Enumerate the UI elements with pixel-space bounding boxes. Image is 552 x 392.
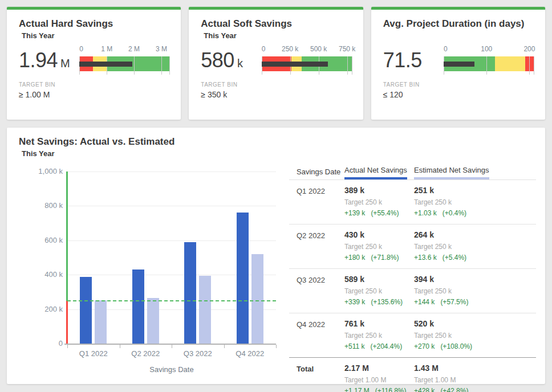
cell-variance: +180 k(+71.8%) <box>344 254 414 262</box>
cell-variance: +511 k(+204.4%) <box>344 342 414 350</box>
variance-delta: +13.6 k <box>414 254 437 262</box>
bullet-tick-label: 500 k <box>310 45 327 53</box>
target-bin-value: ≥ 1.00 M <box>19 90 70 99</box>
column-header-estimated-net-savings[interactable]: Estimated Net Savings <box>414 166 489 179</box>
cell-target: Target 250 k <box>414 243 536 251</box>
row-date: Q3 2022 <box>289 275 344 306</box>
x-axis-tick <box>67 345 68 348</box>
bullet-tick <box>347 56 348 75</box>
actual-cell: 589 kTarget 250 k+339 k(+135.6%) <box>344 275 414 306</box>
estimated-cell: 520 kTarget 250 k+270 k(+108.0%) <box>414 319 536 350</box>
variance-percent: (+5.4%) <box>443 254 466 262</box>
cell-value: 389 k <box>344 186 414 195</box>
bullet-tick-label: 0 <box>262 45 266 53</box>
panel-subtitle: This Year <box>22 149 536 158</box>
kpi-value-number: 580 <box>201 48 234 72</box>
y-axis-tick-label: 200 k <box>23 305 63 313</box>
table-row[interactable]: Q1 2022389 kTarget 250 k+139 k(+55.4%)25… <box>289 179 536 224</box>
actual-cell: 761 kTarget 250 k+511 k(+204.4%) <box>344 319 414 350</box>
x-axis-category-label: Q1 2022 <box>67 349 120 358</box>
row-date: Q1 2022 <box>289 186 344 217</box>
table-row[interactable]: Q4 2022761 kTarget 250 k+511 k(+204.4%)5… <box>289 313 536 357</box>
bullet-chart: 01 M2 M3 M <box>79 44 169 78</box>
bar-actual-net-savings-q1-2022[interactable] <box>80 277 92 344</box>
gridline <box>67 206 276 206</box>
y-axis-tick-label: 800 k <box>23 201 63 210</box>
y-axis-tick-label: 400 k <box>23 270 63 279</box>
cell-target: Target 1.00 M <box>344 376 414 384</box>
actual-cell: 430 kTarget 250 k+180 k(+71.8%) <box>344 230 414 262</box>
cell-target: Target 250 k <box>414 332 536 340</box>
bullet-tick <box>352 56 352 75</box>
target-bin-label: TARGET BIN <box>201 81 242 88</box>
target-bin-label: TARGET BIN <box>383 81 425 88</box>
bullet-measure-bar <box>262 62 328 67</box>
y-axis-tick-label: 1,000 k <box>23 167 63 175</box>
bar-actual-net-savings-q2-2022[interactable] <box>132 270 144 344</box>
variance-percent: (+71.8%) <box>371 254 399 262</box>
bullet-tick-label: 2 M <box>128 45 140 53</box>
kpi-value-number: 1.94 <box>19 48 58 72</box>
cell-variance: +339 k(+135.6%) <box>344 298 414 306</box>
estimated-cell: 264 kTarget 250 k+13.6 k(+5.4%) <box>414 230 536 262</box>
kpi-value-number: 71.5 <box>383 48 422 72</box>
x-axis-line <box>64 344 276 345</box>
column-header-actual-net-savings[interactable]: Actual Net Savings <box>344 166 407 179</box>
bullet-tick <box>486 56 487 75</box>
savings-table: Savings Date Actual Net Savings Estimate… <box>282 158 536 392</box>
kpi-value: 1.94M <box>19 48 70 72</box>
table-total-row[interactable]: Total2.17 MTarget 1.00 M+1.17 M(+116.8%)… <box>289 357 536 392</box>
net-savings-panel[interactable]: Net Savings: Actual vs. Estimated This Y… <box>7 128 545 384</box>
variance-percent: (+135.6%) <box>371 298 403 306</box>
kpi-card-project-duration[interactable]: Avg. Project Duration (in days) 71.5 TAR… <box>371 7 545 120</box>
cell-target: Target 250 k <box>414 287 536 295</box>
kpi-card-soft-savings[interactable]: Actual Soft Savings This Year 580k TARGE… <box>189 7 363 120</box>
target-bin-value: ≤ 120 <box>383 90 425 99</box>
bar-estimated-net-savings-q2-2022[interactable] <box>147 298 159 344</box>
kpi-value-suffix: M <box>60 57 70 70</box>
bar-estimated-net-savings-q4-2022[interactable] <box>251 254 263 344</box>
kpi-card-hard-savings[interactable]: Actual Hard Savings This Year 1.94M TARG… <box>7 7 181 120</box>
variance-delta: +339 k <box>344 298 365 306</box>
cell-value: 589 k <box>344 275 414 284</box>
cell-target: Target 250 k <box>414 198 536 206</box>
variance-percent: (+0.4%) <box>443 209 466 217</box>
target-line <box>67 300 276 301</box>
cell-value: 264 k <box>414 230 536 239</box>
x-axis-tick <box>120 345 120 348</box>
table-header-row: Savings Date Actual Net Savings Estimate… <box>289 166 536 179</box>
bullet-chart: 0250 k500 k750 k <box>262 44 352 78</box>
bullet-tick-label: 750 k <box>339 45 355 53</box>
variance-percent: (+42.8%) <box>440 387 468 392</box>
cell-target: Target 250 k <box>344 287 414 295</box>
column-header-savings-date[interactable]: Savings Date <box>289 166 344 179</box>
y-axis-tick-label: 600 k <box>23 236 63 244</box>
bullet-band: 0250 k500 k750 k <box>262 56 352 71</box>
bar-estimated-net-savings-q3-2022[interactable] <box>199 276 211 344</box>
row-date: Q2 2022 <box>289 230 344 262</box>
bar-estimated-net-savings-q1-2022[interactable] <box>95 300 107 344</box>
bullet-tick-label: 1 M <box>101 45 112 53</box>
cell-target: Target 250 k <box>344 198 414 206</box>
gridline <box>67 172 276 172</box>
row-date: Q4 2022 <box>289 319 344 350</box>
bullet-tick-label: 3 M <box>156 45 167 53</box>
cell-variance: +1.03 k(+0.4%) <box>414 209 536 217</box>
x-axis-category-label: Q3 2022 <box>172 349 224 358</box>
table-body: Q1 2022389 kTarget 250 k+139 k(+55.4%)25… <box>289 179 536 392</box>
bar-actual-net-savings-q3-2022[interactable] <box>184 242 196 344</box>
cell-value: 520 k <box>414 319 536 328</box>
cell-target: Target 250 k <box>344 243 414 251</box>
kpi-value: 71.5 <box>383 48 425 72</box>
bar-actual-net-savings-q4-2022[interactable] <box>237 213 249 344</box>
x-axis-tick <box>224 345 225 348</box>
variance-delta: +180 k <box>344 254 365 262</box>
table-row[interactable]: Q3 2022589 kTarget 250 k+339 k(+135.6%)3… <box>289 268 536 313</box>
estimated-cell: 1.43 MTarget 1.00 M+428 k(+42.8%) <box>414 364 536 392</box>
variance-delta: +1.17 M <box>344 387 370 392</box>
variance-percent: (+55.4%) <box>371 209 399 217</box>
cell-target: Target 250 k <box>344 332 414 340</box>
cell-value: 1.43 M <box>414 364 536 373</box>
table-row[interactable]: Q2 2022430 kTarget 250 k+180 k(+71.8%)26… <box>289 224 536 268</box>
bar-chart: 0200 k400 k600 k800 k1,000 kQ1 2022Q2 20… <box>19 172 282 383</box>
